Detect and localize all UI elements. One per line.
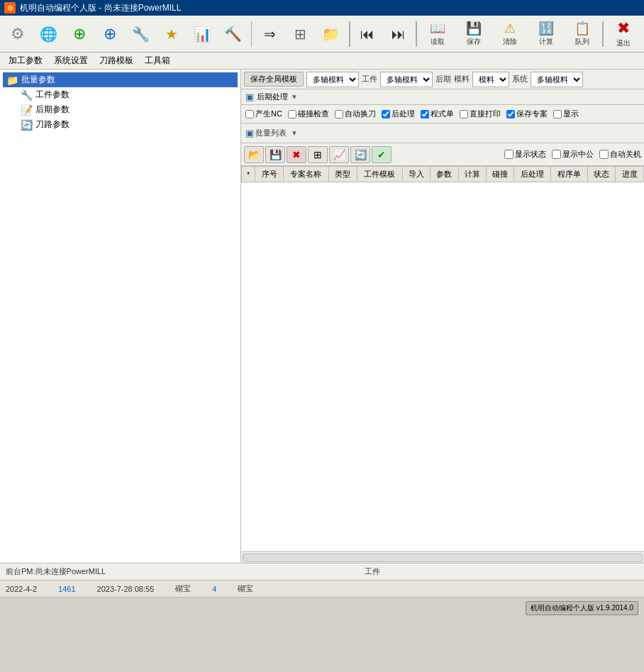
auto-tool-label: 自动换刀 <box>345 109 376 119</box>
collision-check-label: 碰撞检查 <box>298 109 329 119</box>
skip-forward-button[interactable]: ⏭ <box>384 18 413 50</box>
show-status-input[interactable] <box>504 150 513 159</box>
multi-axis-select1[interactable]: 多轴模料 <box>306 72 359 87</box>
processor-icon: 🔧 <box>132 27 150 41</box>
collision-check-check[interactable]: 碰撞检查 <box>288 109 329 119</box>
main-layout: 📁 批量参数 🔧 工件参数 📝 后期参数 🔄 刀路参数 <box>0 70 644 563</box>
tree-button[interactable]: ⊞ <box>286 18 315 50</box>
excel-icon: 📊 <box>194 27 211 41</box>
material-select[interactable]: 模料 <box>472 72 509 87</box>
auto-close-check[interactable]: 自动关机 <box>599 149 641 160</box>
wrench-icon: 🔨 <box>224 27 242 41</box>
chart-btn[interactable]: 📈 <box>329 146 349 163</box>
queue-label: 队列 <box>575 37 589 47</box>
col-star: * <box>242 167 255 182</box>
toolbar-sep3 <box>416 21 417 47</box>
show-status-check[interactable]: 显示状态 <box>504 149 546 160</box>
col-template: 工件模板 <box>357 167 402 182</box>
auto-tool-input[interactable] <box>335 110 343 119</box>
show-status-label: 显示状态 <box>515 149 546 160</box>
tree-item-batch-params[interactable]: 📁 批量参数 <box>3 72 238 87</box>
data-datetime: 2023-7-28 08:55 <box>97 585 155 593</box>
show-middle-label: 显示中公 <box>562 149 594 160</box>
read-button[interactable]: 📖 读取 <box>420 18 455 50</box>
scroll-track[interactable] <box>243 553 643 562</box>
menu-system-settings[interactable]: 系统设置 <box>48 53 94 69</box>
toolpath-icon: 🔄 <box>20 119 33 131</box>
post-process-check[interactable]: 后处理 <box>382 109 415 119</box>
system-select[interactable]: 多轴模料 <box>531 72 583 87</box>
calc-button[interactable]: 🔢 计算 <box>528 18 563 50</box>
settings-button[interactable]: ⚙ <box>3 18 32 50</box>
main-toolbar: ⚙ 🌐 ⊕ ⊕ 🔧 ★ 📊 🔨 ⇒ ⊞ 📁 ⏮ ⏭ 📖 读取 💾 保存 <box>0 16 644 53</box>
auto-close-input[interactable] <box>599 150 609 159</box>
folder-button[interactable]: 📁 <box>316 18 345 50</box>
status-bar: 前台PM:尚未连接PowerMILL 工件 <box>0 563 644 580</box>
window-title: 机明自动编程个人版 - 尚未连接PowerMILL <box>20 2 181 14</box>
toolbar-sep4 <box>602 21 604 47</box>
delete-icon: ✖ <box>292 149 301 160</box>
save-special-check[interactable]: 保存专案 <box>506 109 548 119</box>
skip-back-button[interactable]: ⏮ <box>353 18 382 50</box>
produce-nc-input[interactable] <box>245 110 254 119</box>
exit-button[interactable]: ✖ 退出 <box>606 18 641 50</box>
calc-label: 计算 <box>539 37 553 47</box>
app-icon: ⚙ <box>4 2 16 13</box>
folder-icon: 📁 <box>322 27 340 41</box>
tray-app-label[interactable]: 机明自动编程个人版 v1.9.2014.0 <box>526 601 638 615</box>
tree-item-workpiece-params[interactable]: 🔧 工件参数 <box>3 87 238 102</box>
clear-button[interactable]: ⚠ 清除 <box>492 18 527 50</box>
display-input[interactable] <box>553 110 562 119</box>
col-status: 状态 <box>588 167 616 182</box>
collision-check-input[interactable] <box>288 110 296 119</box>
excel-button[interactable]: 📊 <box>188 18 217 50</box>
show-middle-check[interactable]: 显示中公 <box>552 149 594 160</box>
save-special-input[interactable] <box>506 110 515 119</box>
save-button[interactable]: 💾 保存 <box>456 18 491 50</box>
col-seq: 序号 <box>255 167 283 182</box>
open-file-btn[interactable]: 📂 <box>244 146 264 163</box>
col-progress: 进度 <box>616 167 644 182</box>
horizontal-scrollbar[interactable] <box>241 551 644 563</box>
direct-print-check[interactable]: 直接打印 <box>460 109 501 119</box>
grid-btn[interactable]: ⊞ <box>308 146 328 163</box>
produce-nc-check[interactable]: 产生NC <box>245 109 282 119</box>
menu-processing-params[interactable]: 加工参数 <box>3 53 48 69</box>
star-button[interactable]: ★ <box>157 18 186 50</box>
add2-button[interactable]: ⊕ <box>95 18 124 50</box>
tree-item-post-params[interactable]: 📝 后期参数 <box>3 102 238 117</box>
show-middle-input[interactable] <box>552 150 561 159</box>
add1-button[interactable]: ⊕ <box>65 18 94 50</box>
menu-toolbox[interactable]: 工具箱 <box>139 53 176 69</box>
display-check[interactable]: 显示 <box>553 109 579 119</box>
toolbar-sep2 <box>349 21 350 47</box>
multi-axis-select2[interactable]: 多轴模料 <box>380 72 433 87</box>
btn-row-right: 显示状态 显示中公 自动关机 <box>504 149 641 160</box>
save-global-template-btn[interactable]: 保存全局模板 <box>244 72 304 87</box>
program-list-check[interactable]: 程式单 <box>421 109 454 119</box>
menu-toolpath-template[interactable]: 刀路模板 <box>94 53 139 69</box>
skip-forward-icon: ⏭ <box>392 27 406 41</box>
auto-tool-check[interactable]: 自动换刀 <box>335 109 376 119</box>
wrench-button[interactable]: 🔨 <box>218 18 248 50</box>
col-import: 导入 <box>402 167 430 182</box>
chart-icon: 📈 <box>333 149 345 160</box>
arrow-right-button[interactable]: ⇒ <box>255 18 284 50</box>
refresh-btn[interactable]: 🔄 <box>350 146 370 163</box>
post-process-check-label: 后处理 <box>392 109 415 119</box>
exit-icon: ✖ <box>617 19 630 38</box>
globe-button[interactable]: 🌐 <box>33 18 62 50</box>
processor-button[interactable]: 🔧 <box>126 18 155 50</box>
program-list-input[interactable] <box>421 110 429 119</box>
calc-icon: 🔢 <box>538 21 554 36</box>
direct-print-input[interactable] <box>460 110 468 119</box>
batch-params-label: 批量参数 <box>21 74 55 86</box>
save-file-btn[interactable]: 💾 <box>265 146 285 163</box>
check-btn[interactable]: ✔ <box>372 146 392 163</box>
workpiece-params-label: 工件参数 <box>35 89 70 101</box>
post-process-input[interactable] <box>382 110 390 119</box>
direct-print-label: 直接打印 <box>470 109 501 119</box>
delete-btn[interactable]: ✖ <box>287 146 306 163</box>
queue-button[interactable]: 📋 队列 <box>565 18 599 50</box>
tree-item-toolpath-params[interactable]: 🔄 刀路参数 <box>3 117 238 132</box>
